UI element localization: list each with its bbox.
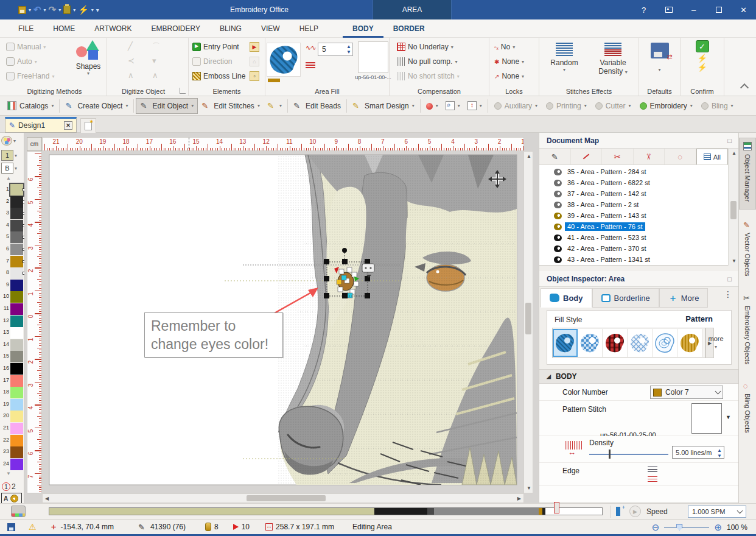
color-swatch[interactable]	[10, 208, 23, 219]
palette-color-13[interactable]: 13	[0, 327, 24, 339]
dm-scroll-thumb[interactable]	[730, 201, 737, 219]
oi-float-panel-icon[interactable]: □	[727, 275, 732, 283]
tab-close-icon[interactable]: ✕	[64, 121, 72, 130]
document-map-item[interactable]: 37 - Area - Pattern - 142 st	[539, 188, 728, 199]
color-swatch[interactable]	[10, 231, 23, 243]
pull-comp-combo[interactable]: No pull comp.▾	[397, 57, 457, 66]
filter-cuts-tab[interactable]	[602, 149, 634, 164]
lock1-combo[interactable]: ▫ₓNo▾	[494, 43, 515, 51]
color-swatch[interactable]	[10, 267, 23, 279]
tab-design1[interactable]: ✎ Design1 ✕	[5, 117, 77, 133]
zoom-slider-handle[interactable]	[676, 524, 682, 531]
document-map-scrollbar[interactable]: ▲ ▼	[728, 149, 739, 266]
zoom-slider[interactable]	[664, 527, 709, 528]
document-map-item[interactable]: 43 - Area - Pattern - 1341 st	[539, 254, 728, 265]
menu-view[interactable]: VIEW	[251, 19, 290, 38]
undo-dropdown[interactable]: ▾	[44, 7, 46, 13]
lock3-combo[interactable]: ↗None▾	[494, 72, 524, 80]
palette-color-20[interactable]: 20	[0, 411, 24, 423]
palette-color-2[interactable]: 2	[0, 196, 24, 208]
menu-file[interactable]: FILE	[9, 19, 43, 38]
color-swatch[interactable]	[10, 363, 23, 375]
autosave-icon[interactable]	[7, 523, 15, 531]
color-swatch[interactable]	[10, 220, 23, 231]
palette-color-23[interactable]: 23	[0, 446, 24, 459]
underlay-combo[interactable]: No Underlay▾	[397, 43, 453, 51]
tab-body[interactable]: Body	[541, 288, 592, 308]
color-swatch[interactable]	[10, 375, 23, 387]
pattern-swatch-button[interactable]	[358, 41, 388, 73]
density-up-icon[interactable]: ▲	[717, 448, 722, 453]
palette-color-14[interactable]: 14	[0, 339, 24, 351]
palette-color-6[interactable]: 6	[0, 244, 24, 256]
spacing-down-icon[interactable]: ▼	[346, 49, 351, 55]
h-scroll-thumb[interactable]	[247, 495, 326, 501]
machine-embroidery[interactable]: Embroidery▾	[635, 102, 697, 110]
density-spinner[interactable]: 5.00 lines/m ▲▼	[672, 446, 724, 459]
menu-artwork[interactable]: ARTWORK	[85, 19, 141, 38]
document-map-item[interactable]: 41 - Area - Pattern - 523 st	[539, 232, 728, 243]
save-icon[interactable]	[18, 6, 26, 14]
machine-cutter[interactable]: Cutter▾	[591, 102, 635, 110]
body-section-header[interactable]: ◢ BODY	[539, 369, 739, 384]
palette-color-16[interactable]: 16	[0, 363, 24, 375]
speed-dropdown[interactable]: 1.000 SPM	[688, 506, 746, 518]
stitch-counter-icon[interactable]	[616, 507, 620, 516]
v-scroll-thumb[interactable]	[525, 303, 531, 334]
color-swatch[interactable]	[10, 327, 23, 339]
context-tab-area[interactable]: AREA	[373, 0, 452, 19]
menu-bling[interactable]: BLING	[210, 19, 251, 38]
edge-option2-icon[interactable]	[648, 475, 657, 482]
toolbar-zoom-page-icon[interactable]: ▾	[442, 98, 464, 114]
document-map-item[interactable]: 35 - Area - Pattern - 284 st	[539, 166, 728, 177]
defaults-icon[interactable]	[651, 43, 669, 58]
machine-auxiliary[interactable]: Auxiliary▾	[490, 102, 542, 110]
fill-thumb-checker[interactable]	[578, 329, 603, 357]
palette-color-3[interactable]: 3	[0, 208, 24, 220]
dock-tab-object-manager[interactable]: Object Manager	[739, 138, 756, 210]
palette-color-7[interactable]: 7	[0, 256, 24, 268]
document-map-item[interactable]: 38 - Area - Pattern - 2 st	[539, 199, 728, 210]
palette-color-15[interactable]: 15	[0, 351, 24, 363]
palette-color-1[interactable]: 1	[0, 184, 24, 196]
palette-color-21[interactable]: 21	[0, 423, 24, 435]
menu-border[interactable]: BORDER	[383, 19, 435, 38]
color-swatch[interactable]	[10, 423, 23, 434]
random-button[interactable]: Random▾	[542, 40, 587, 72]
annotation-note[interactable]: Remember to change eyes color!	[144, 312, 283, 358]
color-swatch[interactable]	[10, 244, 23, 255]
document-map-item[interactable]: 42 - Area - Pattern - 370 st	[539, 243, 728, 254]
paste-dropdown[interactable]: ▾	[73, 7, 75, 13]
color-swatch[interactable]	[10, 196, 23, 208]
toolbar-create-object[interactable]: Create Object▾	[61, 98, 131, 114]
palette-icon[interactable]	[1, 136, 12, 146]
maximize-button[interactable]	[706, 0, 731, 19]
palette-color-12[interactable]: 12	[0, 316, 24, 328]
dock-tab-bling-objects[interactable]: Bling Objects	[739, 378, 756, 439]
panel-menu-icon[interactable]: ⋮	[724, 289, 733, 299]
palette-scroll-up-icon[interactable]: ▲	[6, 175, 11, 181]
fill-more-button[interactable]: more▾	[705, 335, 726, 351]
zoom-in-icon[interactable]: ⊕	[714, 522, 722, 533]
canvas-vertical-scrollbar[interactable]: ▲ ▼	[523, 151, 533, 493]
collapse-ribbon-icon[interactable]	[740, 83, 749, 92]
toolbar-zoom-ball-icon[interactable]: ▾	[422, 98, 442, 114]
menu-body[interactable]: BODY	[343, 19, 383, 38]
color-swatch[interactable]	[10, 435, 23, 446]
fill-preview-button[interactable]	[267, 43, 301, 77]
variable-density-button[interactable]: Variable Density ▾	[590, 40, 635, 76]
ruler-unit-label[interactable]: cm	[27, 137, 42, 151]
tab-more[interactable]: ＋More	[659, 288, 709, 308]
machine-printing[interactable]: Printing▾	[542, 102, 591, 110]
simulation-icon[interactable]	[11, 506, 26, 517]
wolf-design-canvas[interactable]	[42, 151, 524, 493]
undo-icon[interactable]: ↶	[33, 4, 41, 15]
menu-embroidery[interactable]: EMBROIDERY	[141, 19, 209, 38]
toolbar-measure-icon[interactable]: ▾	[464, 98, 486, 114]
close-button[interactable]: ✕	[731, 0, 756, 19]
dock-tab-embroidery-objects[interactable]: Embroidery Objects	[739, 290, 756, 370]
palette-color-10[interactable]: 10	[0, 291, 24, 303]
palette-color-22[interactable]: 22	[0, 435, 24, 447]
pattern-stitch-dropdown-icon[interactable]: ▼	[726, 414, 731, 420]
color-swatch[interactable]	[10, 184, 23, 196]
